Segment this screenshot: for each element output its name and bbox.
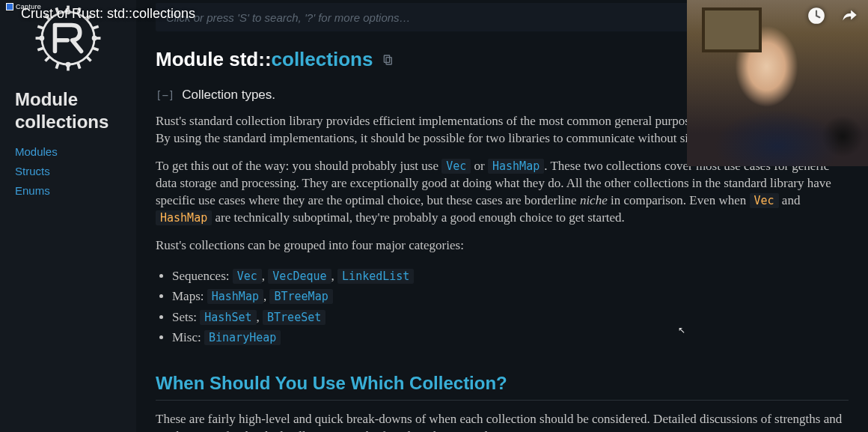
capture-badge-label: Capture: [16, 3, 41, 10]
svg-line-7: [45, 56, 49, 61]
cat-maps: Maps: HashMap, BTreeMap: [172, 287, 849, 306]
video-title[interactable]: Crust of Rust: std::collections: [21, 6, 195, 22]
sidebar-link-structs[interactable]: Structs: [15, 165, 58, 177]
intro-paragraph-3: Rust's collections can be grouped into f…: [156, 237, 849, 255]
sidebar-heading: Module collections: [15, 88, 109, 133]
copy-path-icon[interactable]: [382, 53, 394, 67]
intro-paragraph-2: To get this out of the way: you should p…: [156, 158, 849, 227]
title-sep: ::: [258, 48, 271, 70]
p2-d: in comparison. Even when: [608, 193, 750, 207]
p2-f: are technically suboptimal, they're prob…: [212, 210, 625, 225]
cat-sets: Sets: HashSet, BTreeSet: [172, 308, 849, 327]
p2-niche: niche: [580, 193, 608, 207]
code-vec-2: Vec: [750, 193, 779, 208]
cat-seq-label: Sequences:: [172, 269, 233, 283]
cat-maps-label: Maps:: [172, 289, 207, 303]
svg-line-11: [56, 62, 58, 68]
p2-a: To get this out of the way: you should p…: [156, 159, 441, 173]
link-vecdeque[interactable]: VecDeque: [268, 269, 331, 284]
title-name: collections: [272, 48, 373, 70]
when-intro: These are fairly high-level and quick br…: [156, 411, 849, 432]
link-hashset[interactable]: HashSet: [200, 310, 256, 325]
svg-rect-22: [386, 57, 391, 64]
cat-sets-label: Sets:: [172, 310, 200, 324]
cat-misc-label: Misc:: [172, 330, 204, 344]
sidebar-heading-line2: collections: [15, 111, 109, 133]
capture-badge: Capture: [6, 3, 41, 10]
code-vec[interactable]: Vec: [441, 159, 471, 174]
sidebar: Module collections Modules Structs Enums: [0, 0, 136, 432]
link-btreemap[interactable]: BTreeMap: [269, 289, 332, 304]
svg-point-19: [40, 37, 43, 40]
share-icon[interactable]: [840, 6, 859, 25]
svg-line-16: [92, 48, 98, 50]
sidebar-link-enums[interactable]: Enums: [15, 184, 58, 197]
link-binaryheap[interactable]: BinaryHeap: [204, 330, 281, 345]
video-top-controls: [807, 6, 859, 25]
p2-e: and: [779, 193, 801, 207]
svg-line-8: [86, 56, 91, 61]
code-hashmap-2: HashMap: [156, 210, 212, 225]
link-linkedlist[interactable]: LinkedList: [337, 269, 414, 284]
watch-later-icon[interactable]: [807, 6, 826, 25]
p2-b: or: [471, 159, 488, 173]
link-hashmap[interactable]: HashMap: [207, 289, 263, 304]
title-path: std: [229, 48, 258, 70]
capture-badge-icon: [6, 3, 13, 10]
summary-text: Collection types.: [182, 88, 275, 103]
title-prefix: Module: [156, 48, 229, 70]
sidebar-nav: Modules Structs Enums: [15, 145, 58, 197]
svg-line-15: [92, 26, 98, 28]
svg-point-20: [93, 37, 96, 40]
code-hashmap[interactable]: HashMap: [488, 159, 544, 174]
background-picture-frame: [702, 7, 762, 52]
svg-line-14: [37, 48, 43, 50]
svg-point-18: [67, 63, 70, 66]
sidebar-link-modules[interactable]: Modules: [15, 145, 58, 158]
sidebar-heading-line1: Module: [15, 88, 109, 111]
collapse-toggle[interactable]: [−]: [156, 89, 174, 101]
svg-line-12: [78, 62, 80, 68]
cat-sequences: Sequences: Vec, VecDeque, LinkedList: [172, 267, 849, 286]
category-list: Sequences: Vec, VecDeque, LinkedList Map…: [172, 267, 849, 347]
section-when-to-use[interactable]: When Should You Use Which Collection?: [156, 373, 849, 401]
cat-misc: Misc: BinaryHeap: [172, 328, 849, 347]
svg-line-13: [37, 26, 43, 28]
svg-rect-21: [385, 55, 390, 62]
link-btreeset[interactable]: BTreeSet: [263, 310, 326, 325]
link-vec[interactable]: Vec: [233, 269, 262, 284]
